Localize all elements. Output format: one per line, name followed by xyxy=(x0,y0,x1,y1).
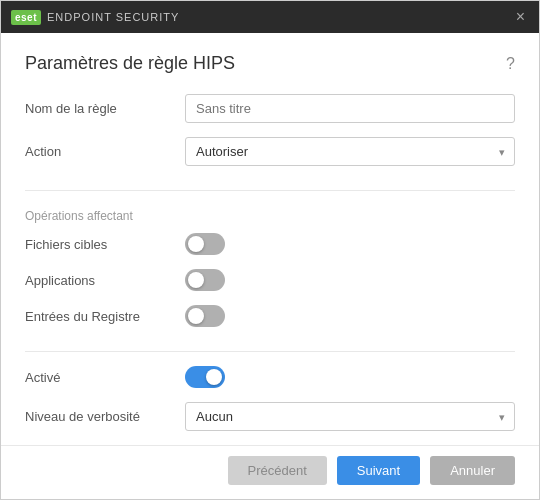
applications-toggle-wrap xyxy=(185,269,515,291)
verbosity-row: Niveau de verbosité Aucun Minimal Normal… xyxy=(25,402,515,431)
action-label: Action xyxy=(25,144,185,159)
active-toggle-wrap xyxy=(185,366,515,388)
fichiers-toggle[interactable] xyxy=(185,233,225,255)
main-window: eset ENDPOINT SECURITY × Paramètres de r… xyxy=(0,0,540,500)
active-label: Activé xyxy=(25,370,185,385)
divider-1 xyxy=(25,190,515,191)
registre-toggle-wrap xyxy=(185,305,515,327)
page-header: Paramètres de règle HIPS ? xyxy=(25,53,515,74)
operations-section-label: Opérations affectant xyxy=(25,209,515,223)
action-select-wrap: Autoriser Refuser Demander ▾ xyxy=(185,137,515,166)
action-control: Autoriser Refuser Demander ▾ xyxy=(185,137,515,166)
fichiers-row: Fichiers cibles xyxy=(25,233,515,255)
titlebar: eset ENDPOINT SECURITY × xyxy=(1,1,539,33)
app-title: ENDPOINT SECURITY xyxy=(47,11,179,23)
verbosity-select-wrap: Aucun Minimal Normal Maximal ▾ xyxy=(185,402,515,431)
applications-row: Applications xyxy=(25,269,515,291)
prev-button: Précédent xyxy=(228,456,327,485)
footer: Précédent Suivant Annuler xyxy=(1,445,539,499)
registre-label: Entrées du Registre xyxy=(25,309,185,324)
fichiers-toggle-wrap xyxy=(185,233,515,255)
titlebar-logo: eset ENDPOINT SECURITY xyxy=(11,10,512,25)
registre-toggle[interactable] xyxy=(185,305,225,327)
fichiers-thumb xyxy=(188,236,204,252)
applications-toggle[interactable] xyxy=(185,269,225,291)
page-title: Paramètres de règle HIPS xyxy=(25,53,235,74)
verbosity-control: Aucun Minimal Normal Maximal ▾ xyxy=(185,402,515,431)
action-select[interactable]: Autoriser Refuser Demander xyxy=(185,137,515,166)
name-label: Nom de la règle xyxy=(25,101,185,116)
name-row: Nom de la règle xyxy=(25,94,515,123)
name-input[interactable] xyxy=(185,94,515,123)
content-area: Paramètres de règle HIPS ? Nom de la règ… xyxy=(1,33,539,445)
close-button[interactable]: × xyxy=(512,9,529,25)
applications-thumb xyxy=(188,272,204,288)
applications-label: Applications xyxy=(25,273,185,288)
registre-row: Entrées du Registre xyxy=(25,305,515,327)
active-row: Activé xyxy=(25,366,515,388)
verbosity-label: Niveau de verbosité xyxy=(25,409,185,424)
eset-logo-badge: eset xyxy=(11,10,41,25)
active-thumb xyxy=(206,369,222,385)
registre-thumb xyxy=(188,308,204,324)
action-row: Action Autoriser Refuser Demander ▾ xyxy=(25,137,515,166)
name-control xyxy=(185,94,515,123)
next-button[interactable]: Suivant xyxy=(337,456,420,485)
help-button[interactable]: ? xyxy=(506,55,515,73)
verbosity-select[interactable]: Aucun Minimal Normal Maximal xyxy=(185,402,515,431)
fichiers-label: Fichiers cibles xyxy=(25,237,185,252)
active-toggle[interactable] xyxy=(185,366,225,388)
divider-2 xyxy=(25,351,515,352)
cancel-button[interactable]: Annuler xyxy=(430,456,515,485)
